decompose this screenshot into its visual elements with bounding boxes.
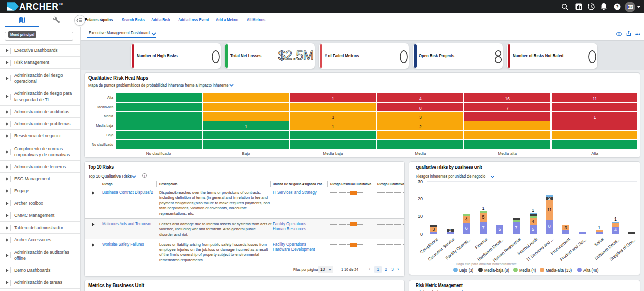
svg-text:?: ? xyxy=(616,4,619,9)
